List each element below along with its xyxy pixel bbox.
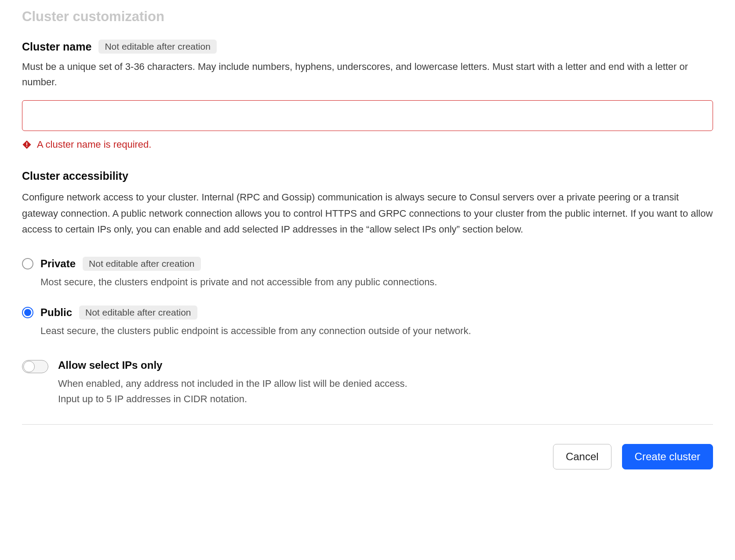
cluster-name-description: Must be a unique set of 3-36 characters.… [22,59,713,90]
allow-select-ips-desc-line1: When enabled, any address not included i… [58,378,408,389]
allow-select-ips-label: Allow select IPs only [58,359,713,371]
cluster-name-input[interactable] [22,100,713,131]
create-cluster-button[interactable]: Create cluster [622,444,713,469]
page-title: Cluster customization [22,9,713,25]
radio-private-badge: Not editable after creation [83,257,200,271]
radio-public-badge: Not editable after creation [79,305,197,320]
svg-rect-1 [26,146,27,147]
cluster-name-error-text: A cluster name is required. [37,139,151,150]
alert-diamond-icon [22,140,32,149]
cluster-name-error: A cluster name is required. [22,139,713,150]
allow-select-ips-description: When enabled, any address not included i… [58,376,713,407]
radio-private-description: Most secure, the clusters endpoint is pr… [40,274,713,290]
radio-private-label: Private [40,258,76,270]
cluster-name-field: Cluster name Not editable after creation… [22,40,713,150]
cluster-accessibility-section: Cluster accessibility Configure network … [22,170,713,407]
radio-public-label: Public [40,306,72,319]
cluster-name-label: Cluster name [22,40,91,53]
footer-divider [22,424,713,425]
allow-select-ips-desc-line2: Input up to 5 IP addresses in CIDR notat… [58,393,247,404]
allow-select-ips-toggle[interactable]: Allow select IPs only When enabled, any … [22,359,713,407]
footer-actions: Cancel Create cluster [22,444,713,469]
accessibility-option-private[interactable]: Private Not editable after creation Most… [22,257,713,290]
cluster-accessibility-label: Cluster accessibility [22,170,713,182]
radio-icon [22,307,33,318]
radio-public-description: Least secure, the clusters public endpoi… [40,323,713,338]
accessibility-option-public[interactable]: Public Not editable after creation Least… [22,305,713,338]
cluster-name-badge: Not editable after creation [98,40,216,54]
toggle-switch-icon [22,360,48,373]
radio-icon [22,258,33,269]
svg-rect-0 [26,142,27,145]
cancel-button[interactable]: Cancel [553,444,611,469]
cluster-accessibility-description: Configure network access to your cluster… [22,189,713,237]
